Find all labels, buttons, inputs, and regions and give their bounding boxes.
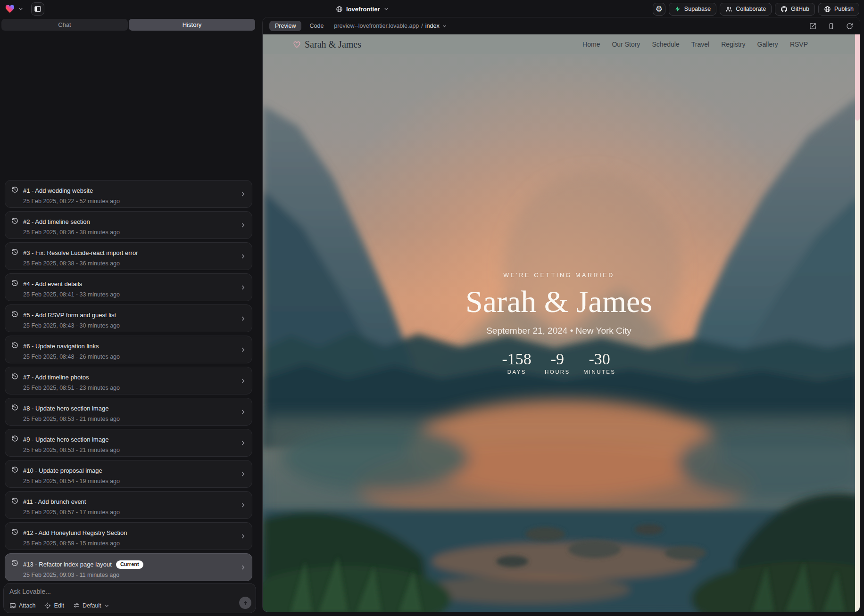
history-item[interactable]: #3 - Fix: Resolve Lucide-react import er… <box>5 242 252 270</box>
history-item[interactable]: #12 - Add Honeyfund Registry Section25 F… <box>5 522 252 550</box>
history-item-meta: 25 Feb 2025, 08:41 - 33 minutes ago <box>23 291 236 301</box>
history-item-meta: 25 Feb 2025, 08:36 - 38 minutes ago <box>23 229 236 238</box>
sliders-icon <box>73 602 80 609</box>
countdown-item: -158DAYS <box>502 351 532 375</box>
collaborate-button[interactable]: Collaborate <box>720 3 772 16</box>
site-scrollbar-thumb[interactable] <box>855 34 860 121</box>
sidebar: Chat History #1 - Add wedding website25 … <box>0 18 258 616</box>
smartphone-icon[interactable] <box>828 23 835 30</box>
history-item[interactable]: #4 - Add event details25 Feb 2025, 08:41… <box>5 273 252 301</box>
github-button[interactable]: GitHub <box>775 3 815 16</box>
github-icon <box>781 6 788 13</box>
nav-link[interactable]: Schedule <box>652 41 679 48</box>
attach-label: Attach <box>19 602 35 609</box>
history-item[interactable]: #13 - Refactor index page layoutCurrent2… <box>5 553 252 581</box>
refresh-icon[interactable] <box>846 23 853 30</box>
countdown-label: MINUTES <box>583 369 616 375</box>
site-header: Sarah & James HomeOur StoryScheduleTrave… <box>263 34 855 54</box>
publish-button[interactable]: Publish <box>818 3 859 16</box>
nav-link[interactable]: Our Story <box>612 41 640 48</box>
history-item[interactable]: #2 - Add timeline section25 Feb 2025, 08… <box>5 211 252 239</box>
chevron-right-icon <box>240 501 247 509</box>
publish-label: Publish <box>834 6 854 12</box>
chevron-right-icon <box>240 564 247 571</box>
history-icon <box>11 528 18 535</box>
attach-button[interactable]: Attach <box>9 602 35 609</box>
history-item-meta: 25 Feb 2025, 08:57 - 17 minutes ago <box>23 509 236 518</box>
site-preview: Sarah & James HomeOur StoryScheduleTrave… <box>263 34 860 612</box>
history-icon <box>11 279 18 287</box>
users-icon <box>725 6 732 13</box>
project-switcher[interactable]: lovefrontier <box>336 0 389 18</box>
site-scrollbar[interactable] <box>855 34 860 612</box>
countdown-value: -9 <box>544 351 571 367</box>
prompt-input[interactable] <box>9 588 250 598</box>
send-button[interactable] <box>239 597 251 609</box>
history-icon <box>11 497 18 504</box>
url-bar[interactable]: preview--lovefrontier.lovable.app / inde… <box>334 23 447 29</box>
preview-url: preview--lovefrontier.lovable.app <box>334 23 419 29</box>
history-item[interactable]: #1 - Add wedding website25 Feb 2025, 08:… <box>5 180 252 208</box>
edit-button[interactable]: Edit <box>44 602 64 609</box>
nav-link[interactable]: RSVP <box>790 41 808 48</box>
supabase-label: Supabase <box>684 6 711 12</box>
tab-code[interactable]: Code <box>309 23 324 29</box>
history-item[interactable]: #6 - Update navigation links25 Feb 2025,… <box>5 336 252 363</box>
history-item-meta: 25 Feb 2025, 09:03 - 11 minutes ago <box>23 572 236 581</box>
history-icon <box>11 466 18 473</box>
nav-link[interactable]: Gallery <box>757 41 778 48</box>
history-list: #1 - Add wedding website25 Feb 2025, 08:… <box>5 36 252 581</box>
sidebar-toggle-button[interactable] <box>31 2 44 16</box>
history-item-title: #9 - Update hero section image <box>23 435 236 445</box>
collaborate-label: Collaborate <box>736 6 766 12</box>
chevron-right-icon <box>240 439 247 446</box>
history-item-title: #3 - Fix: Resolve Lucide-react import er… <box>23 248 236 259</box>
preview-toolbar: Preview Code preview--lovefrontier.lovab… <box>263 17 860 34</box>
history-item[interactable]: #9 - Update hero section image25 Feb 202… <box>5 429 252 457</box>
history-item-title: #4 - Add event details <box>23 279 236 290</box>
countdown: -158DAYS-9HOURS-30MINUTES <box>263 351 855 375</box>
chevron-right-icon <box>240 533 247 540</box>
history-icon <box>11 404 18 411</box>
tab-history[interactable]: History <box>129 19 255 31</box>
history-item-meta: 25 Feb 2025, 08:22 - 52 minutes ago <box>23 198 236 207</box>
mode-select[interactable]: Default <box>73 602 109 609</box>
history-item-title: #2 - Add timeline section <box>23 217 236 228</box>
history-item[interactable]: #10 - Update proposal image25 Feb 2025, … <box>5 460 252 488</box>
chevron-down-icon[interactable] <box>18 6 24 12</box>
external-link-icon[interactable] <box>809 23 816 30</box>
countdown-value: -30 <box>583 351 616 367</box>
history-icon <box>11 559 18 567</box>
tab-chat[interactable]: Chat <box>1 19 128 31</box>
chevron-right-icon <box>240 346 247 353</box>
history-item-title: #1 - Add wedding website <box>23 186 236 197</box>
history-item-title: #13 - Refactor index page layoutCurrent <box>23 559 236 570</box>
supabase-button[interactable]: Supabase <box>669 3 716 16</box>
settings-button[interactable]: ⚙ <box>653 3 665 16</box>
history-item-title: #10 - Update proposal image <box>23 466 236 476</box>
site-brand[interactable]: Sarah & James <box>293 39 361 50</box>
chevron-down-icon <box>383 6 389 12</box>
tab-preview[interactable]: Preview <box>269 21 301 31</box>
nav-link[interactable]: Home <box>582 41 600 48</box>
history-item[interactable]: #7 - Add timeline photos25 Feb 2025, 08:… <box>5 367 252 394</box>
nav-link[interactable]: Registry <box>721 41 745 48</box>
heart-outline-icon <box>293 41 301 49</box>
history-icon <box>11 186 18 193</box>
history-item[interactable]: #5 - Add RSVP form and guest list25 Feb … <box>5 304 252 332</box>
chevron-down-icon <box>104 603 109 608</box>
lovable-app: lovefrontier ⚙ Supabase Col <box>0 0 864 616</box>
history-item[interactable]: #11 - Add brunch event25 Feb 2025, 08:57… <box>5 491 252 519</box>
edit-label: Edit <box>54 602 64 609</box>
history-item[interactable]: #8 - Update hero section image25 Feb 202… <box>5 398 252 426</box>
countdown-value: -158 <box>502 351 532 367</box>
history-item-title: #7 - Add timeline photos <box>23 372 236 383</box>
nav-link[interactable]: Travel <box>691 41 709 48</box>
history-icon <box>11 342 18 349</box>
history-item-title: #5 - Add RSVP form and guest list <box>23 310 236 321</box>
arrow-up-icon <box>242 600 249 606</box>
countdown-label: HOURS <box>544 369 571 375</box>
current-badge: Current <box>116 560 143 569</box>
countdown-label: DAYS <box>502 369 532 375</box>
lovable-logo-heart-icon[interactable] <box>5 4 15 14</box>
